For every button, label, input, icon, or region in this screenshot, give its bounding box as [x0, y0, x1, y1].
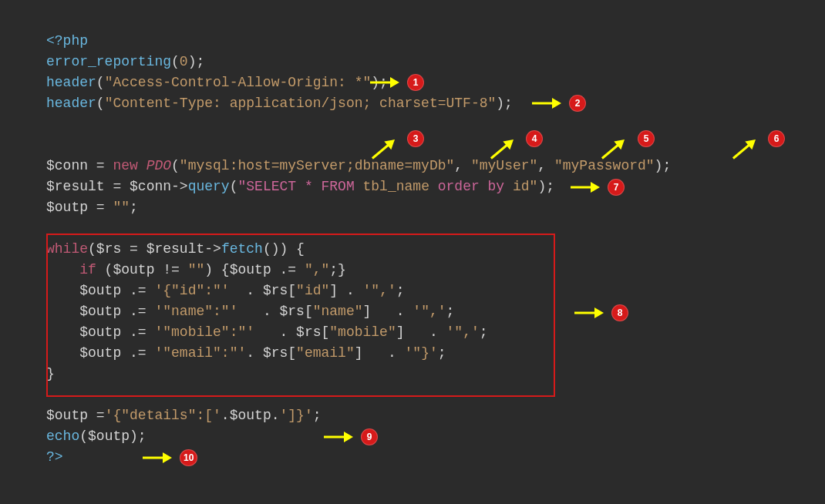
code-line: <?php [46, 31, 779, 52]
fn-error-reporting: error_reporting [46, 54, 171, 69]
fn-header: header [46, 96, 96, 111]
code-line: ?> [46, 447, 779, 468]
code-line: $outp .= '{"id":"' . $rs["id"] . '",'; [46, 281, 779, 301]
code-line: $outp .= '"mobile":"' . $rs["mobile"] . … [46, 322, 779, 343]
badge-4: 4 [526, 130, 543, 147]
code-line: if ($outp != "") {$outp .= ",";} [46, 260, 779, 281]
code-line: $outp = ""; [46, 197, 779, 218]
code-line: $conn = new PDO("mysql:host=myServer;dbn… [46, 156, 779, 176]
badge-5: 5 [638, 130, 655, 147]
kw-if: if [46, 262, 96, 277]
fn-echo: echo [46, 428, 79, 444]
code-line: $outp .= '"email":"'. $rs["email"] . '"}… [46, 343, 779, 364]
kw-new: new [113, 158, 137, 173]
code-line: header("Content-Type: application/json; … [46, 93, 779, 114]
code-line: $outp .= '"name":"' . $rs["name"] . '",'… [46, 301, 779, 322]
code-line: echo($outp); [46, 426, 779, 447]
code-line: while($rs = $result->fetch()) { [46, 239, 779, 260]
badge-6: 6 [768, 130, 785, 147]
code-line: error_reporting(0); [46, 52, 779, 72]
blank-line [46, 385, 779, 405]
php-close-tag: ?> [46, 449, 63, 465]
kw-while: while [46, 241, 88, 257]
blank-line [46, 218, 779, 239]
cls-pdo: PDO [146, 158, 171, 173]
badge-3: 3 [407, 130, 424, 147]
code-block: <?php error_reporting(0); header("Access… [12, 12, 813, 487]
code-line: header("Access-Control-Allow-Origin: *")… [46, 72, 779, 93]
code-line: } [46, 364, 779, 385]
php-open-tag: <?php [46, 33, 88, 49]
fn-header: header [46, 75, 96, 90]
code-line: $outp ='{"details":['.$outp.']}'; [46, 405, 779, 426]
code-line: $result = $conn->query("SELECT * FROM tb… [46, 176, 779, 197]
